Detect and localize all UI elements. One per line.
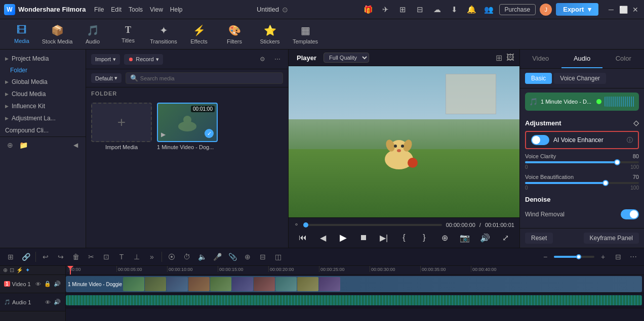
playhead[interactable]: [70, 266, 71, 274]
sidebar-item-compound-clip[interactable]: Compound Cli...: [0, 124, 86, 136]
tab-video[interactable]: Video: [520, 50, 561, 68]
ai-voice-enhancer-toggle[interactable]: [531, 135, 549, 145]
filter-icon[interactable]: ⚙: [257, 54, 268, 65]
skip-back-button[interactable]: ⏮: [296, 231, 310, 245]
tab-color[interactable]: Color: [602, 50, 644, 68]
add-media-button[interactable]: +: [91, 103, 152, 142]
snapshot-button[interactable]: 📷: [458, 231, 472, 245]
record-button[interactable]: ⏺ Record ▾: [124, 54, 163, 65]
reset-button[interactable]: Reset: [525, 233, 553, 244]
menu-edit[interactable]: Edit: [111, 6, 122, 13]
tab-audio[interactable]: 🎵 Audio: [76, 20, 109, 49]
menu-view[interactable]: View: [150, 6, 163, 13]
progress-bar[interactable]: [303, 224, 442, 226]
minimize-button[interactable]: ─: [607, 5, 616, 14]
groupclip-icon[interactable]: ⊕: [241, 250, 254, 263]
audio-speaker-icon[interactable]: 🔊: [53, 298, 61, 306]
add-to-timeline-button[interactable]: ⊕: [437, 231, 452, 245]
gift-icon[interactable]: 🎁: [363, 4, 375, 16]
add-track-icon[interactable]: ⊕: [3, 267, 8, 273]
more-button[interactable]: »: [145, 250, 158, 263]
volume-button[interactable]: 🔊: [478, 231, 492, 245]
tab-filters[interactable]: 🎨 Filters: [218, 20, 251, 49]
audio2-icon[interactable]: 🔈: [195, 250, 209, 263]
close-button[interactable]: ✕: [631, 5, 640, 14]
delete-button[interactable]: 🗑: [69, 250, 83, 263]
split-button[interactable]: ⊥: [130, 250, 143, 263]
info-icon[interactable]: ⓘ: [627, 136, 633, 145]
download-icon[interactable]: ⬇: [449, 4, 461, 16]
menu-tools[interactable]: Tools: [129, 6, 143, 13]
bell-icon[interactable]: 🔔: [466, 4, 478, 16]
settings-icon[interactable]: ⋯: [627, 250, 640, 263]
redo-button[interactable]: ↪: [54, 250, 67, 263]
maximize-button[interactable]: ⬜: [619, 5, 628, 14]
tab-templates[interactable]: ▦ Templates: [289, 20, 322, 49]
track-speaker-icon[interactable]: 🔊: [53, 280, 61, 288]
stop-button[interactable]: ⏹: [356, 231, 371, 245]
cut-button[interactable]: ✂: [85, 250, 98, 263]
audio-eye-icon[interactable]: 👁: [44, 298, 52, 306]
sidebar-item-cloud-media[interactable]: ▶ Cloud Media: [0, 88, 86, 100]
import-folder-icon[interactable]: 📁: [18, 140, 28, 150]
atab-voice-changer[interactable]: Voice Changer: [554, 73, 606, 84]
sidebar-item-adjustment-layer[interactable]: ▶ Adjustment La...: [0, 112, 86, 124]
mark-in-button[interactable]: {: [397, 231, 411, 245]
user-avatar[interactable]: J: [540, 4, 552, 16]
track-lock-icon[interactable]: 🔒: [44, 280, 52, 288]
undo-button[interactable]: ↩: [39, 250, 52, 263]
users-icon[interactable]: 👥: [483, 4, 495, 16]
audio-clip[interactable]: [66, 295, 642, 305]
grid-view-icon[interactable]: ⊞: [496, 53, 502, 63]
add-folder-icon[interactable]: ⊕: [5, 140, 15, 150]
voice-beautification-slider[interactable]: [525, 182, 639, 184]
voice-clarity-slider[interactable]: [525, 161, 639, 163]
speed-icon[interactable]: ⏱: [180, 250, 193, 263]
export-button[interactable]: Export ▾: [556, 3, 598, 16]
text-button[interactable]: T: [115, 250, 128, 263]
import-button[interactable]: Import ▾: [91, 54, 120, 65]
zoom-slider[interactable]: [554, 256, 594, 258]
purchase-button[interactable]: Purchase: [499, 4, 536, 15]
mic-icon[interactable]: 🎤: [211, 250, 224, 263]
mark-out-button[interactable]: }: [417, 231, 431, 245]
wind-removal-toggle[interactable]: [621, 209, 639, 219]
speed-track-icon[interactable]: ⚡: [16, 267, 23, 273]
tab-audio[interactable]: Audio: [561, 50, 603, 68]
quality-select[interactable]: Full Quality 1/2 Quality 1/4 Quality: [324, 53, 369, 63]
more-options-icon[interactable]: ⋯: [272, 54, 283, 65]
menu-help[interactable]: Help: [170, 6, 183, 13]
tab-titles[interactable]: T Titles: [111, 20, 145, 49]
detach-icon[interactable]: ⊟: [256, 250, 269, 263]
zoom-in-button[interactable]: +: [596, 250, 610, 263]
share-icon[interactable]: ✈: [380, 4, 392, 16]
ai-track-icon[interactable]: ✦: [25, 267, 30, 273]
fullscreen-button[interactable]: ⤢: [498, 231, 512, 245]
default-sort-button[interactable]: Default ▾: [91, 73, 122, 83]
video-thumb[interactable]: 00:01:00 ▶ ✓ 1 Minute Video - Dog...: [157, 103, 218, 150]
search-input[interactable]: [140, 75, 278, 81]
clip-icon[interactable]: 📎: [226, 250, 239, 263]
keyframe-panel-button[interactable]: Keyframe Panel: [584, 233, 639, 244]
sidebar-item-project-media[interactable]: ▶ Project Media: [0, 53, 86, 65]
track-options-icon[interactable]: ⊡: [10, 267, 14, 273]
crop-button[interactable]: ⊡: [100, 250, 113, 263]
track-eye-icon[interactable]: 👁: [34, 280, 42, 288]
snap-icon[interactable]: ⊞: [4, 250, 17, 263]
cloud-icon[interactable]: ☁: [431, 4, 444, 16]
tab-media[interactable]: 🎞 Media: [5, 20, 38, 49]
zoom-out-button[interactable]: −: [539, 250, 552, 263]
sidebar-item-folder[interactable]: Folder: [0, 65, 86, 76]
collapse-panel-button[interactable]: ◀: [70, 140, 80, 150]
atab-basic[interactable]: Basic: [525, 73, 552, 84]
play-button[interactable]: ▶: [336, 231, 350, 245]
menu-file[interactable]: File: [94, 6, 104, 13]
tab-transitions[interactable]: ✦ Transitions: [147, 20, 180, 49]
magnet-icon[interactable]: ⦿: [165, 250, 178, 263]
projects-icon[interactable]: ⊞: [397, 4, 409, 16]
frame-forward-button[interactable]: ▶|: [377, 231, 391, 245]
link-icon[interactable]: 🔗: [19, 250, 32, 263]
devices-icon[interactable]: ⊟: [414, 4, 426, 16]
keyframe-diamond-icon[interactable]: ◇: [633, 119, 639, 127]
import-media-thumb[interactable]: + Import Media: [91, 103, 152, 150]
